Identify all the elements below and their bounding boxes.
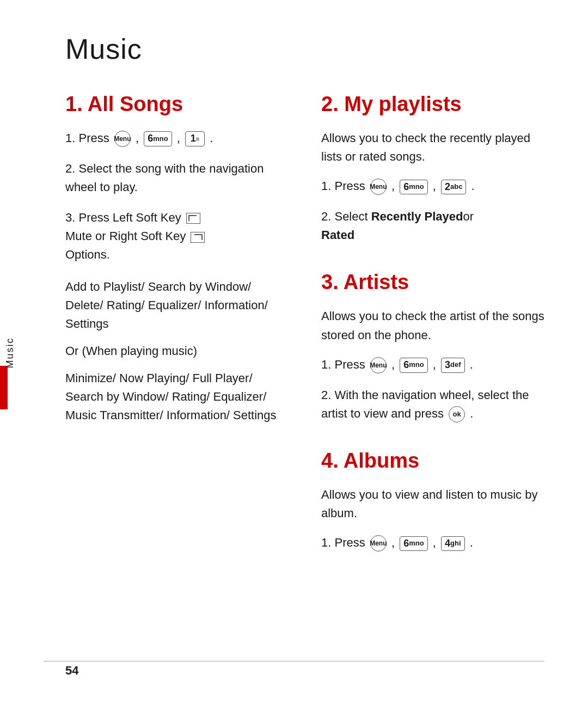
options-playing-text: Minimize/ Now Playing/ Full Player/ Sear… <box>65 369 289 425</box>
page-number: 54 <box>65 664 78 678</box>
artists-section: 3. Artists Allows you to check the artis… <box>321 271 544 422</box>
left-soft-key-icon <box>186 213 200 224</box>
ok-key-artists: ok <box>449 406 465 422</box>
or-when-text: Or (When playing music) <box>65 342 289 360</box>
step-2: 2. Select the song with the navigation w… <box>65 160 289 197</box>
side-tab-bar <box>0 366 8 409</box>
my-playlists-heading: 2. My playlists <box>321 93 544 116</box>
right-soft-key-icon <box>191 232 205 243</box>
bottom-divider <box>44 661 544 661</box>
options-text: Add to Playlist/ Search by Window/ Delet… <box>65 278 289 333</box>
page-container: Music Music 1. All Songs 1. Press Menu ,… <box>0 0 588 705</box>
menu-key-4: Menu <box>370 535 387 551</box>
artists-step-2: 2. With the navigation wheel, select the… <box>321 386 544 423</box>
4ghi-key: 4ghi <box>441 536 465 551</box>
step-3-text: 3. Press Left Soft Key <box>65 211 185 224</box>
step-3: 3. Press Left Soft Key Mute or Right Sof… <box>65 209 289 264</box>
options-block: Add to Playlist/ Search by Window/ Delet… <box>65 278 289 425</box>
step-2-text: 2. Select the song with the navigation w… <box>65 162 264 194</box>
3def-key: 3def <box>441 358 465 372</box>
1-key: 1≡ <box>185 131 205 146</box>
step-1: 1. Press Menu , 6mno , 1≡ . <box>65 129 289 148</box>
menu-key-2: Menu <box>370 179 387 195</box>
step-1-number: 1. Press <box>65 131 113 145</box>
artists-description: Allows you to check the artist of the so… <box>321 307 544 344</box>
content-columns: 1. All Songs 1. Press Menu , 6mno , 1≡ .… <box>65 93 544 578</box>
menu-key-1: Menu <box>114 131 131 147</box>
6mno-key-3: 6mno <box>400 358 427 372</box>
my-playlists-description: Allows you to check the recently played … <box>321 129 544 166</box>
artists-heading: 3. Artists <box>321 271 544 294</box>
6mno-key-1: 6mno <box>144 131 171 146</box>
albums-step-1: 1. Press Menu , 6mno , 4ghi . <box>321 534 544 552</box>
my-playlists-section: 2. My playlists Allows you to check the … <box>321 93 544 244</box>
my-playlists-step-2: 2. Select Recently PlayedorRated <box>321 207 544 244</box>
2abc-key: 2abc <box>441 180 466 194</box>
menu-key-3: Menu <box>370 357 387 373</box>
right-column: 2. My playlists Allows you to check the … <box>321 93 544 578</box>
albums-heading: 4. Albums <box>321 449 544 473</box>
albums-description: Allows you to view and listen to music b… <box>321 486 544 523</box>
page-title: Music <box>65 33 544 65</box>
left-column: 1. All Songs 1. Press Menu , 6mno , 1≡ .… <box>65 93 289 578</box>
my-playlists-step-1: 1. Press Menu , 6mno , 2abc . <box>321 177 544 195</box>
artists-step-1: 1. Press Menu , 6mno , 3def . <box>321 355 544 374</box>
6mno-key-4: 6mno <box>400 536 427 551</box>
6mno-key-2: 6mno <box>400 180 427 194</box>
all-songs-heading: 1. All Songs <box>65 93 289 116</box>
albums-section: 4. Albums Allows you to view and listen … <box>321 449 544 552</box>
